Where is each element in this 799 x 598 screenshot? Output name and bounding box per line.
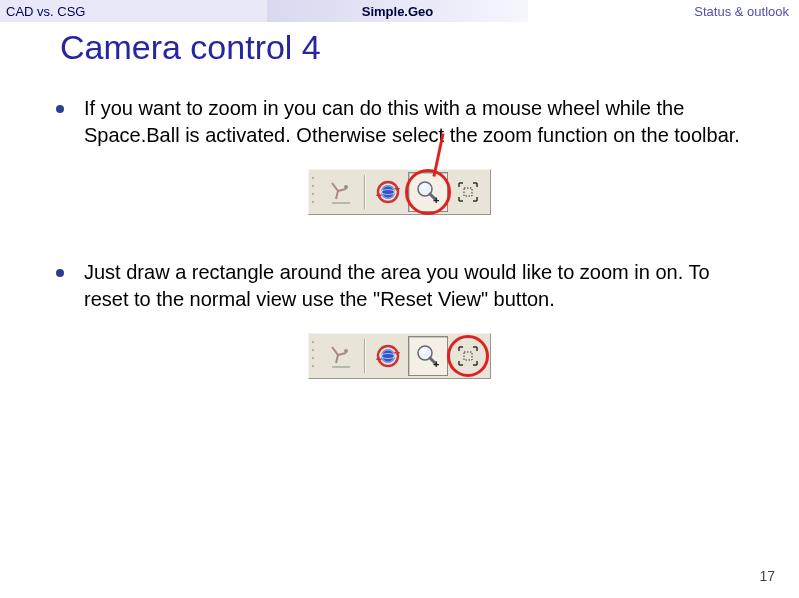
page-number: 17 bbox=[759, 568, 775, 584]
spaceball-icon bbox=[326, 341, 356, 371]
bullet-item: Just draw a rectangle around the area yo… bbox=[56, 259, 743, 313]
bullet-text: If you want to zoom in you can do this w… bbox=[84, 95, 743, 149]
reset-view-button[interactable] bbox=[448, 172, 488, 212]
zoom-button[interactable]: + bbox=[408, 336, 448, 376]
slide-title: Camera control 4 bbox=[0, 22, 799, 67]
zoom-icon: + bbox=[413, 341, 443, 371]
rotate-button[interactable] bbox=[368, 336, 408, 376]
svg-point-0 bbox=[344, 185, 348, 189]
svg-point-10 bbox=[381, 349, 395, 363]
svg-rect-17 bbox=[464, 352, 472, 360]
rotate-button[interactable] bbox=[368, 172, 408, 212]
bullet-item: If you want to zoom in you can do this w… bbox=[56, 95, 743, 149]
svg-point-5 bbox=[420, 185, 426, 189]
toolbar-separator bbox=[364, 339, 365, 373]
reset-view-icon bbox=[453, 341, 483, 371]
slide-content: If you want to zoom in you can do this w… bbox=[0, 67, 799, 379]
nav-tabs: CAD vs. CSG Simple.Geo Status & outlook bbox=[0, 0, 799, 22]
toolbar: + bbox=[308, 333, 491, 379]
svg-text:+: + bbox=[433, 194, 439, 206]
zoom-icon: + bbox=[413, 177, 443, 207]
spaceball-icon bbox=[326, 177, 356, 207]
svg-text:+: + bbox=[433, 358, 439, 370]
svg-point-9 bbox=[344, 349, 348, 353]
zoom-button[interactable]: + bbox=[408, 172, 448, 212]
reset-view-button[interactable] bbox=[448, 336, 488, 376]
tab-status-outlook[interactable]: Status & outlook bbox=[528, 0, 799, 22]
svg-point-1 bbox=[381, 185, 395, 199]
tab-cad-vs-csg[interactable]: CAD vs. CSG bbox=[0, 0, 267, 22]
rotate-icon bbox=[373, 341, 403, 371]
toolbar-figure-2: + bbox=[56, 333, 743, 379]
bullet-dot-icon bbox=[56, 105, 64, 113]
toolbar: + bbox=[308, 169, 491, 215]
toolbar-grip-icon bbox=[311, 172, 317, 212]
svg-point-14 bbox=[420, 349, 426, 353]
bullet-dot-icon bbox=[56, 269, 64, 277]
tab-simple-geo[interactable]: Simple.Geo bbox=[267, 0, 528, 22]
rotate-icon bbox=[373, 177, 403, 207]
toolbar-grip-icon bbox=[311, 336, 317, 376]
toolbar-separator bbox=[364, 175, 365, 209]
reset-view-icon bbox=[453, 177, 483, 207]
bullet-text: Just draw a rectangle around the area yo… bbox=[84, 259, 743, 313]
svg-rect-8 bbox=[464, 188, 472, 196]
spaceball-button[interactable] bbox=[321, 172, 361, 212]
spaceball-button[interactable] bbox=[321, 336, 361, 376]
toolbar-figure-1: + bbox=[56, 169, 743, 215]
